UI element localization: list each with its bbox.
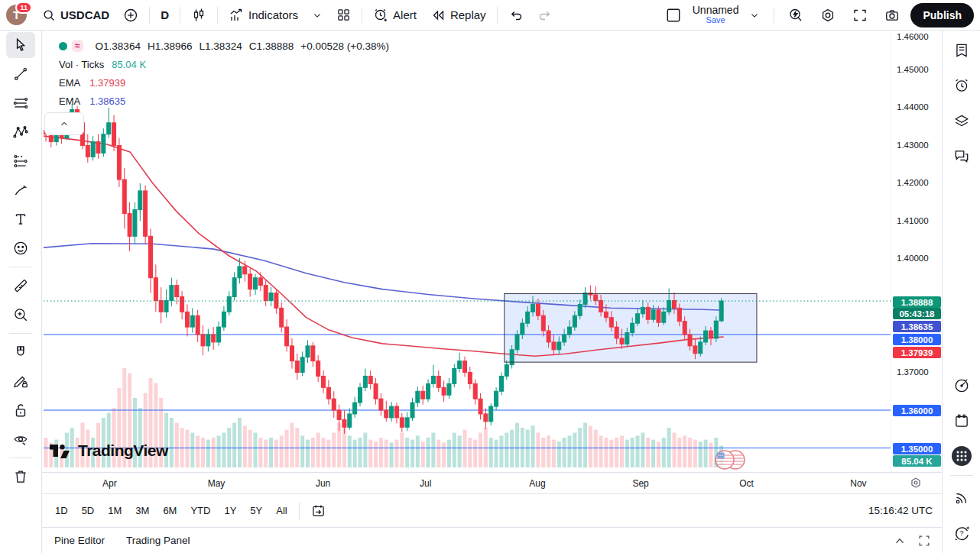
volume-bar: [290, 423, 294, 468]
calendar-button[interactable]: [948, 407, 975, 435]
high-value: H1.38966: [148, 40, 193, 52]
emoji-tool-button[interactable]: [6, 235, 35, 261]
range-ytd[interactable]: YTD: [185, 502, 216, 519]
candle-body: [604, 312, 608, 317]
volume-bar: [458, 435, 462, 467]
candle-body: [238, 267, 242, 278]
candle-body: [164, 300, 168, 312]
layout-select-button[interactable]: [659, 3, 688, 27]
layout-name-label: Unnamed: [693, 5, 739, 16]
chart-area: ≈ O1.38364 H1.38966 L1.38324 C1.38888 +0…: [42, 31, 942, 553]
fullscreen-button[interactable]: [846, 4, 874, 27]
forecast-tool-button[interactable]: [6, 148, 35, 174]
interval-button[interactable]: D: [154, 5, 175, 25]
hide-drawings-button[interactable]: [6, 426, 35, 452]
axis-settings-gear-icon[interactable]: [909, 476, 923, 490]
redo-button[interactable]: [531, 4, 559, 27]
horizontal-lines-tool-button[interactable]: [6, 90, 35, 116]
chat-button[interactable]: [948, 142, 975, 170]
publish-button[interactable]: Publish: [910, 3, 974, 27]
notification-badge: 11: [15, 2, 32, 14]
range-5d[interactable]: 5D: [76, 502, 100, 519]
candle-body: [254, 278, 258, 289]
indicator-templates-button[interactable]: [330, 4, 357, 26]
brush-tool-button[interactable]: [6, 177, 35, 203]
pattern-tool-button[interactable]: [6, 119, 35, 145]
trading-panel-tab[interactable]: Trading Panel: [117, 530, 200, 551]
measure-tool-button[interactable]: [6, 273, 35, 299]
volume-bar: [86, 430, 89, 467]
volume-bar: [394, 440, 398, 467]
time-tick-label: Oct: [739, 478, 754, 489]
settings-button[interactable]: [814, 4, 842, 27]
candle-body: [138, 191, 142, 210]
text-tool-button[interactable]: [6, 206, 35, 232]
user-avatar[interactable]: T 11: [6, 5, 27, 25]
candle-body: [657, 310, 660, 322]
layout-menu-chevron[interactable]: [743, 6, 766, 24]
maximize-panel-icon[interactable]: [917, 534, 931, 548]
cursor-tool-button[interactable]: [6, 32, 35, 58]
price-axis[interactable]: 1.460001.450001.440001.430001.420001.410…: [891, 31, 942, 472]
range-5y[interactable]: 5Y: [245, 502, 268, 519]
object-tree-button[interactable]: [948, 107, 975, 134]
volume-bar: [615, 438, 618, 467]
apps-menu-button[interactable]: [948, 442, 975, 470]
range-1y[interactable]: 1Y: [219, 502, 242, 519]
range-1d[interactable]: 1D: [50, 502, 73, 519]
session-clock[interactable]: 15:16:42 UTC: [868, 505, 942, 516]
compare-add-symbol-button[interactable]: [117, 4, 144, 27]
undo-button[interactable]: [502, 4, 530, 27]
screenshot-button[interactable]: [878, 4, 906, 27]
time-axis[interactable]: AprMayJunJulAugSepOctNov: [42, 472, 942, 493]
date-range-switcher: 1D 5D 1M 3M 6M YTD 1Y 5Y All: [42, 500, 331, 521]
streams-button[interactable]: [948, 484, 975, 512]
text-icon: [12, 211, 29, 228]
volume-bar: [154, 383, 157, 468]
chart-style-button[interactable]: [185, 4, 213, 27]
trend-line-tool-button[interactable]: [6, 61, 35, 87]
indicator-templates-chevron[interactable]: [306, 6, 329, 24]
replay-button[interactable]: Replay: [424, 4, 492, 27]
range-6m[interactable]: 6M: [157, 502, 182, 519]
volume-bar: [102, 418, 105, 467]
alert-button[interactable]: Alert: [367, 4, 423, 27]
open-value: O1.38364: [96, 40, 141, 52]
watchlist-button[interactable]: [948, 37, 975, 64]
candle-body: [578, 304, 582, 315]
remove-drawings-button[interactable]: [6, 464, 35, 490]
legend-volume-row[interactable]: Vol · Ticks 85.04 K: [50, 55, 389, 73]
interval-label: D: [161, 8, 169, 21]
zoom-in-tool-button[interactable]: [6, 302, 35, 328]
volume-bar: [683, 435, 686, 467]
symbol-search-button[interactable]: USDCAD: [36, 5, 115, 26]
market-overview-button[interactable]: [948, 372, 975, 399]
indicators-button[interactable]: Indicators: [222, 4, 304, 27]
range-all[interactable]: All: [271, 502, 292, 519]
help-button[interactable]: ?: [948, 519, 975, 547]
market-open-dot-icon[interactable]: [59, 42, 67, 50]
pine-editor-tab[interactable]: Pine Editor: [45, 530, 114, 551]
alerts-button[interactable]: [948, 72, 975, 99]
chevron-down-icon: [312, 10, 323, 21]
toolbar-separator: [180, 7, 180, 24]
volume-bar: [499, 435, 503, 467]
magnet-mode-button[interactable]: [6, 339, 35, 365]
expand-panel-chevron-icon[interactable]: [893, 534, 907, 548]
legend-collapse-button[interactable]: [44, 112, 84, 135]
ema2-label: EMA: [59, 95, 80, 107]
range-3m[interactable]: 3M: [130, 502, 154, 519]
volume-bar: [557, 441, 561, 467]
go-to-date-button[interactable]: [306, 500, 331, 521]
drawing-mode-button[interactable]: [6, 368, 35, 394]
legend-ema1-row[interactable]: EMA 1.37939: [50, 73, 389, 92]
layout-name-button[interactable]: Unnamed Save: [693, 5, 739, 24]
price-tick-label: 1.41000: [891, 216, 939, 225]
lock-drawings-button[interactable]: [6, 397, 35, 423]
layers-icon: [953, 112, 970, 129]
legend-ema2-row[interactable]: EMA 1.38635: [50, 92, 389, 110]
delayed-data-chip[interactable]: ≈: [72, 40, 83, 52]
range-1m[interactable]: 1M: [102, 502, 127, 519]
close-value: C1.38888: [249, 40, 294, 52]
quick-search-button[interactable]: [782, 4, 810, 27]
